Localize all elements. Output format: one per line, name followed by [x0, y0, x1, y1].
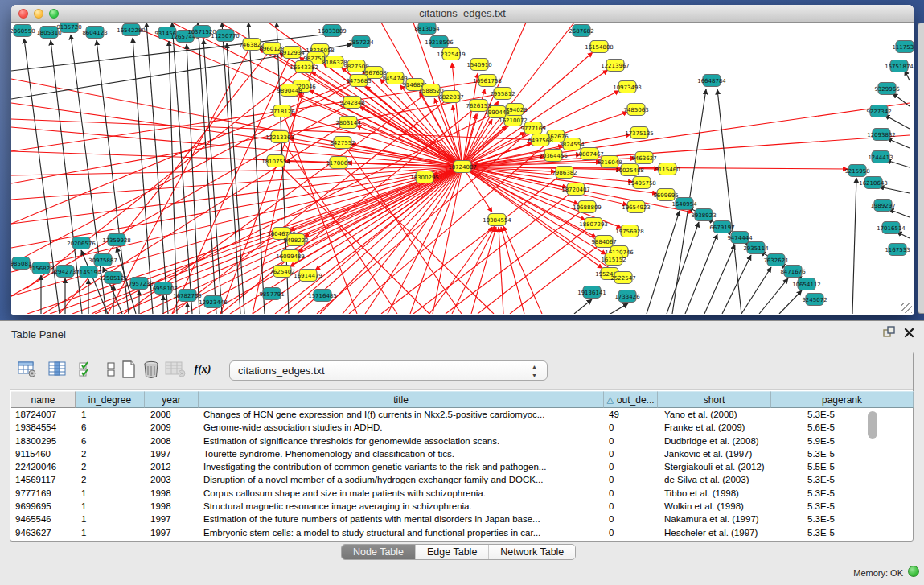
table-row[interactable]: 977716911998Corpus callosum shape and si… — [11, 487, 914, 500]
graph-node[interactable]: 9242848 — [339, 97, 364, 109]
graph-edge[interactable] — [501, 227, 524, 314]
graph-node[interactable]: 8912934 — [279, 47, 305, 59]
column-header-pagerank[interactable]: pagerank — [771, 391, 914, 408]
window-resize-grip[interactable] — [901, 303, 912, 313]
function-builder-icon[interactable]: f(x) — [192, 359, 213, 380]
graph-node[interactable]: 16210643 — [859, 177, 888, 189]
table-row[interactable]: 911546021997Tourette syndrome. Phenomeno… — [11, 447, 914, 460]
graph-node[interactable]: 6216048 — [597, 156, 622, 168]
graph-edge[interactable] — [462, 167, 633, 182]
graph-edge[interactable] — [885, 115, 910, 129]
delete-table-icon[interactable] — [165, 359, 186, 380]
table-row[interactable]: 1830029562008Estimation of significance … — [11, 435, 914, 447]
graph-node[interactable]: 16648784 — [697, 75, 726, 87]
graph-node[interactable]: 17359928 — [102, 234, 131, 246]
new-column-icon[interactable] — [118, 359, 139, 380]
graph-node[interactable]: 1540910 — [466, 59, 491, 71]
graph-node[interactable]: 17375135 — [625, 127, 654, 139]
graph-node[interactable]: 7986382 — [552, 167, 577, 179]
graph-node[interactable]: 7857224 — [348, 36, 374, 48]
graph-node[interactable]: 10025488 — [615, 164, 644, 176]
graph-node[interactable]: 1167533 — [885, 244, 910, 256]
graph-edge[interactable] — [203, 39, 222, 314]
graph-node[interactable]: 10654112 — [792, 278, 821, 290]
graph-node[interactable]: 17016514 — [877, 222, 906, 234]
graph-node[interactable]: 9498222 — [283, 234, 308, 246]
graph-node[interactable]: 19654923 — [622, 201, 651, 213]
graph-node[interactable]: 9245072 — [802, 294, 827, 306]
graph-node[interactable]: 19218506 — [425, 36, 454, 48]
graph-node[interactable]: 8938923 — [691, 209, 716, 221]
graph-node[interactable]: 9475685 — [346, 75, 371, 87]
column-header-title[interactable]: title — [199, 391, 604, 408]
graph-node[interactable]: 12093832 — [867, 129, 896, 141]
graph-edge[interactable] — [172, 23, 192, 314]
graph-node[interactable]: 2522547 — [610, 272, 635, 284]
select-rows-icon[interactable] — [76, 359, 97, 380]
table-row[interactable]: 1456911722003Disruption of a novel membe… — [11, 473, 914, 486]
graph-node[interactable]: 9463627 — [631, 152, 656, 164]
graph-edge[interactable] — [574, 299, 592, 314]
graph-node[interactable]: 9777169 — [520, 122, 545, 134]
table-row[interactable]: 969969511998Structural magnetic resonanc… — [11, 500, 914, 513]
graph-node[interactable]: 2935114 — [743, 242, 769, 254]
close-panel-icon[interactable] — [904, 327, 914, 341]
graph-edge[interactable] — [462, 23, 574, 167]
graph-edge[interactable] — [11, 103, 462, 167]
graph-node[interactable]: 9890448 — [277, 84, 302, 97]
graph-edge[interactable] — [27, 67, 304, 288]
graph-node[interactable]: 9215958 — [844, 165, 869, 177]
graph-node[interactable]: 8813054 — [414, 23, 440, 35]
column-header-short[interactable]: short — [658, 391, 771, 408]
graph-edge[interactable] — [887, 138, 910, 148]
graph-node[interactable]: 1170065 — [326, 157, 351, 169]
graph-edge[interactable] — [610, 303, 628, 314]
column-header-in_degree[interactable]: in_degree — [76, 391, 145, 408]
tab-edge-table[interactable]: Edge Table — [416, 545, 489, 559]
graph-node[interactable]: 6679197 — [709, 221, 734, 233]
graph-node[interactable]: 9699695 — [653, 189, 678, 201]
table-row[interactable]: 2242004622012Investigating the contribut… — [11, 460, 914, 473]
graph-node[interactable]: 1145194 — [76, 266, 101, 278]
graph-node[interactable]: 1117533 — [892, 41, 914, 53]
graph-node[interactable]: 10973493 — [613, 81, 642, 93]
network-window-titlebar[interactable]: citations_edges.txt — [11, 5, 914, 23]
graph-node[interactable]: 6497568 — [528, 134, 552, 146]
graph-node[interactable]: 16542280 — [117, 24, 146, 36]
graph-node[interactable]: 19495758 — [627, 177, 656, 189]
graph-node[interactable]: 2803144 — [335, 117, 361, 129]
column-header-name[interactable]: name — [11, 391, 76, 408]
memory-status-dot[interactable] — [908, 566, 919, 577]
graph-edge[interactable] — [471, 227, 496, 314]
graph-node[interactable]: 19136141 — [577, 286, 606, 299]
graph-node[interactable]: 9857791 — [259, 288, 284, 300]
graph-node[interactable]: 15751874 — [885, 60, 914, 72]
graph-node[interactable]: 7625402 — [269, 266, 294, 278]
graph-edge[interactable] — [779, 290, 802, 314]
column-header-year[interactable]: year — [145, 391, 199, 408]
graph-node[interactable]: 6822037 — [438, 91, 463, 103]
graph-node[interactable]: 2687682 — [569, 25, 593, 37]
graph-edge[interactable] — [889, 209, 910, 217]
graph-edge[interactable] — [11, 167, 462, 248]
graph-edge[interactable] — [852, 178, 856, 314]
graph-node[interactable]: 12213967 — [601, 60, 630, 72]
graph-node[interactable]: 15716485 — [308, 290, 337, 302]
graph-edge[interactable] — [886, 160, 910, 167]
graph-node[interactable]: 9115460 — [655, 163, 680, 175]
graph-edge[interactable] — [187, 44, 199, 314]
table-selector-dropdown[interactable]: citations_edges.txt ▲▼ — [229, 360, 548, 381]
graph-edge[interactable] — [478, 224, 593, 314]
graph-node[interactable]: 7485063 — [623, 104, 648, 116]
graph-node[interactable]: 8604123 — [82, 27, 107, 39]
graph-edge[interactable] — [452, 227, 495, 314]
graph-edge[interactable] — [741, 267, 771, 314]
graph-node[interactable]: 7955812 — [490, 88, 515, 100]
graph-node[interactable]: 9227342 — [866, 105, 891, 117]
graph-edge[interactable] — [413, 189, 576, 314]
table-row[interactable]: 1938455462009Genome-wide association stu… — [11, 421, 914, 434]
graph-node[interactable]: 8427552 — [330, 137, 355, 149]
graph-node[interactable]: 12325419 — [437, 48, 466, 60]
graph-edge[interactable] — [462, 103, 910, 167]
graph-edge[interactable] — [298, 93, 462, 167]
